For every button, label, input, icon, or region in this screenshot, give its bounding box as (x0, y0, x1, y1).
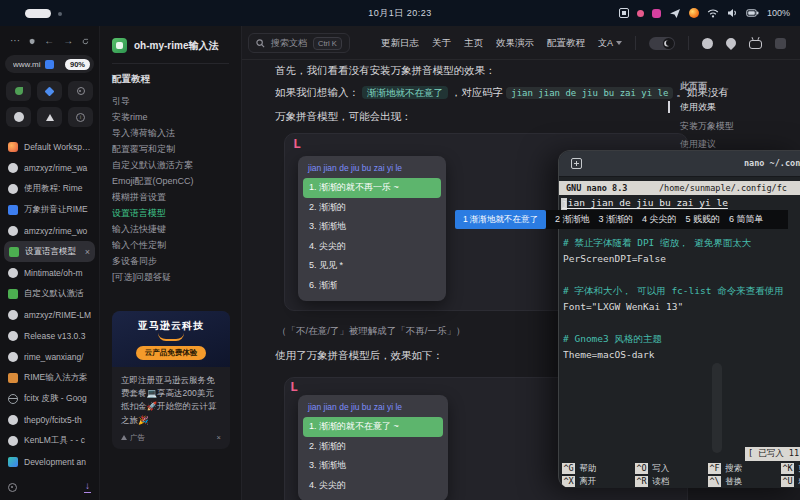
new-tab-icon[interactable] (571, 158, 582, 169)
reload-icon[interactable] (82, 36, 89, 47)
extension-button-sparkle[interactable] (37, 81, 62, 101)
extension-button-github[interactable] (6, 107, 31, 127)
extension-button-settings[interactable] (68, 81, 93, 101)
browser-tab[interactable]: Release v13.0.3 (0, 325, 99, 346)
github-icon[interactable] (702, 38, 713, 49)
input-method-icon[interactable] (619, 8, 629, 18)
battery-icon[interactable] (746, 8, 759, 18)
nav-link[interactable]: 配置教程 (547, 37, 585, 50)
book-favicon (8, 373, 18, 383)
sidebar-item[interactable]: 输入个性定制 (112, 237, 229, 253)
firefox-icon[interactable] (689, 8, 699, 18)
shortcut-key: ^F (708, 463, 721, 474)
browser-tab[interactable]: rime_wanxiang/ (0, 346, 99, 367)
sparkle-icon (45, 86, 55, 96)
terminal-window[interactable]: nano ~/.config GNU nano 8.3 /home/sunmap… (558, 150, 800, 488)
extension-button-triangle[interactable] (37, 107, 62, 127)
browser-tab[interactable]: amzxyz/RIME-LM (0, 304, 99, 325)
workspace-row[interactable]: Default Worksp… (0, 136, 99, 157)
extension-button-info[interactable]: i (68, 107, 93, 127)
nav-link[interactable]: 关于 (432, 37, 451, 50)
wifi-icon[interactable] (707, 8, 719, 18)
site-header[interactable]: oh-my-rime输入法 (112, 38, 229, 53)
settings-gear-icon[interactable] (8, 483, 17, 492)
browser-tab[interactable]: 自定义默认激活 (0, 283, 99, 304)
nano-editor[interactable]: # 禁止字体随着 DPI 缩放， 避免界面太大 PerScreenDPI=Fal… (563, 235, 800, 363)
browser-tab[interactable]: amzxyz/rime_wa (0, 157, 99, 178)
browser-tab[interactable]: 使用教程: Rime (0, 178, 99, 199)
site-logo-icon (112, 38, 127, 53)
language-selector[interactable]: 文A (598, 37, 622, 50)
tab-close-icon[interactable]: × (85, 247, 90, 257)
battery-percent: 100% (767, 8, 790, 18)
moon-icon (663, 38, 674, 49)
browser-tab[interactable]: fcitx 皮肤 - Goog (0, 388, 99, 409)
sidebar-item[interactable]: 安装rime (112, 109, 229, 125)
ime-preedit: jian jian de jiu bu zai yi le (298, 400, 448, 417)
sidebar-item[interactable]: 配置覆写和定制 (112, 141, 229, 157)
sidebar-item[interactable]: 引导 (112, 93, 229, 109)
system-top-bar: 10月1日 20:23 100% (0, 0, 800, 26)
extension-badge-icon[interactable] (45, 60, 54, 69)
shortcut-label: 搜索 (725, 463, 742, 475)
nav-link[interactable]: 主页 (464, 37, 483, 50)
more-menu-icon[interactable]: ··· (10, 36, 20, 46)
terminal-scrollbar[interactable] (712, 363, 722, 453)
volume-icon[interactable] (727, 8, 738, 18)
fcitx-candidate-selected[interactable]: 1 渐渐地就不在意了 (455, 210, 546, 229)
extension-button-leaf[interactable] (6, 81, 31, 101)
shield-icon[interactable] (29, 36, 35, 47)
afdian-icon[interactable] (775, 38, 786, 49)
ad-card[interactable]: 亚马逊云科技 云产品免费体验 立即注册亚马逊云服务免费套餐💻享高达200美元抵扣… (112, 311, 230, 449)
sidebar-item[interactable]: Emoji配置(OpenCC) (112, 173, 229, 189)
sidebar-item[interactable]: 导入薄荷输入法 (112, 125, 229, 141)
info-icon: i (76, 113, 85, 122)
tray-app-icon-pink[interactable] (637, 10, 644, 17)
sidebar-item-active[interactable]: 设置语言模型 (112, 205, 229, 221)
ad-close-icon[interactable]: × (217, 433, 221, 442)
ime-candidate: 3. 渐渐地 (303, 456, 443, 476)
editor-line: Theme=macOS-dark (563, 347, 800, 363)
sidebar-item[interactable]: 自定义默认激活方案 (112, 157, 229, 173)
outline-title: 此页面 (680, 80, 707, 93)
editor-line (563, 267, 800, 283)
ad-banner: 亚马逊云科技 云产品免费体验 (112, 311, 230, 367)
browser-tab-active[interactable]: 设置语言模型 × (4, 241, 95, 262)
editor-line: PerScreenDPI=False (563, 251, 800, 267)
browser-tab[interactable]: 万象拼音让RIME (0, 199, 99, 220)
forward-icon[interactable]: → (63, 36, 73, 46)
terminal-titlebar[interactable]: nano ~/.config (559, 151, 800, 177)
nav-link[interactable]: 更新日志 (381, 37, 419, 50)
browser-tab[interactable]: Development an (0, 451, 99, 472)
downloads-icon[interactable]: ↓ (84, 481, 91, 493)
ad-banner-button[interactable]: 云产品免费体验 (136, 346, 207, 360)
browser-tab[interactable]: amzxyz/rime_wo (0, 220, 99, 241)
nav-link[interactable]: 效果演示 (496, 37, 534, 50)
url-bar[interactable]: www.mi 90% (5, 55, 94, 73)
outline-item-active[interactable]: 使用效果 (680, 101, 716, 114)
github-favicon (8, 226, 18, 236)
theme-toggle[interactable] (649, 37, 675, 50)
browser-tab[interactable]: Mintimate/oh-m (0, 262, 99, 283)
browser-tab[interactable]: RIME输入法方案 (0, 367, 99, 388)
sidebar-item[interactable]: 输入法快捷键 (112, 221, 229, 237)
browser-tab[interactable]: thep0y/fcitx5-th (0, 409, 99, 430)
telegram-icon[interactable] (669, 8, 681, 19)
tab-list: Default Worksp… amzxyz/rime_wa 使用教程: Rim… (0, 136, 99, 472)
bilibili-icon[interactable] (749, 40, 762, 49)
sidebar-item[interactable]: [可选]问题答疑 (112, 269, 229, 285)
fcitx-candidates[interactable]: 2 渐渐地 3 渐渐的 4 尖尖的 5 贱贱的 6 简简单 (546, 210, 788, 229)
tray-app-icon-magenta[interactable] (652, 9, 661, 18)
search-icon (256, 39, 265, 48)
back-icon[interactable]: ← (44, 36, 54, 46)
paragraph: 如果我们想输入： 渐渐地就不在意了 ，对应码字 jian jian de jiu… (275, 86, 729, 100)
outline-item[interactable]: 安装万象模型 (680, 120, 734, 133)
browser-tab[interactable]: KenLM工具 - - c (0, 430, 99, 451)
sidebar-item[interactable]: 模糊拼音设置 (112, 189, 229, 205)
gitee-icon[interactable] (724, 36, 738, 50)
github-favicon (8, 184, 18, 194)
zoom-level-badge[interactable]: 90% (65, 59, 90, 70)
paragraph: 万象拼音模型，可能会出现： (275, 110, 412, 124)
search-button[interactable]: 搜索文档 Ctrl K (248, 33, 350, 53)
sidebar-item[interactable]: 多设备同步 (112, 253, 229, 269)
